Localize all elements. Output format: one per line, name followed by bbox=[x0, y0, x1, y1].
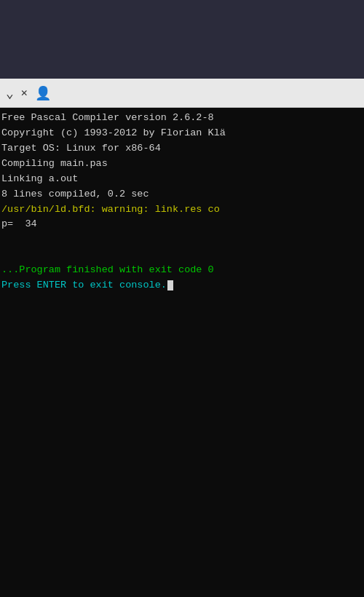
toolbar: ⌄ ✕ 👤 bbox=[0, 79, 364, 108]
chevron-down-icon[interactable]: ⌄ bbox=[6, 85, 14, 101]
console-cursor bbox=[167, 280, 173, 290]
console-output: Free Pascal Compiler version 2.6.2-8Copy… bbox=[0, 108, 364, 597]
pin-icon[interactable]: ✕ bbox=[21, 86, 28, 100]
console-line: /usr/bin/ld.bfd: warning: link.res co bbox=[1, 202, 363, 218]
console-line: Compiling main.pas bbox=[1, 157, 363, 172]
title-bar bbox=[0, 0, 364, 79]
console-line: 8 lines compiled, 0.2 sec bbox=[1, 187, 363, 202]
console-line: ...Program finished with exit code 0 bbox=[1, 263, 363, 278]
console-line: Free Pascal Compiler version 2.6.2-8 bbox=[1, 111, 363, 126]
console-line: Linking a.out bbox=[1, 172, 363, 187]
console-empty-line bbox=[1, 232, 363, 248]
console-empty-line bbox=[1, 248, 363, 263]
console-line: p= 34 bbox=[1, 217, 363, 232]
console-line: Target OS: Linux for x86-64 bbox=[1, 141, 363, 157]
console-line: Press ENTER to exit console. bbox=[1, 278, 363, 293]
console-line: Copyright (c) 1993-2012 by Florian Klä bbox=[1, 126, 363, 141]
person-icon[interactable]: 👤 bbox=[35, 85, 51, 101]
